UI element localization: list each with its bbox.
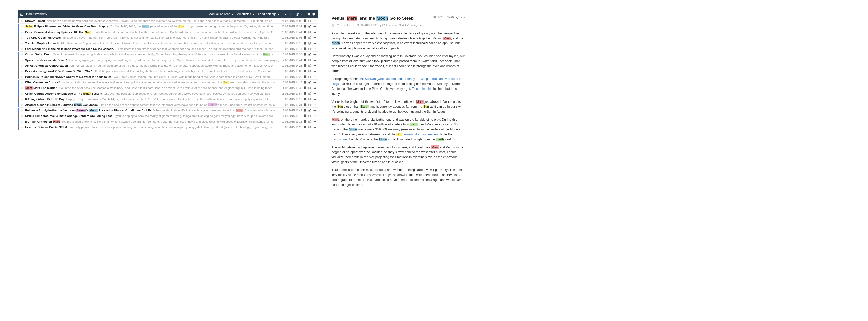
open-external-icon[interactable] <box>308 87 311 90</box>
article-row[interactable]: ☆Politics Is Poisoning NASA's Ability to… <box>18 74 318 79</box>
open-external-icon[interactable] <box>308 109 311 112</box>
more-actions-icon[interactable]: ••• <box>313 109 316 112</box>
more-actions-icon[interactable]: ••• <box>313 70 316 73</box>
more-actions-icon[interactable]: ••• <box>313 115 316 118</box>
mail-icon[interactable] <box>336 24 340 27</box>
open-external-icon[interactable] <box>308 75 311 78</box>
star-toggle[interactable]: ☆ <box>19 47 25 51</box>
article-row[interactable]: ☆Unlike Temperatures, Climate Change Den… <box>18 113 318 119</box>
star-toggle[interactable]: ☆ <box>19 24 25 28</box>
star-toggle[interactable]: ☆ <box>19 108 25 112</box>
article-row[interactable]: ☆Space Invaders Invade Space! I'm not tr… <box>18 57 318 63</box>
star-toggle[interactable]: ☆ <box>19 114 25 118</box>
more-actions-icon[interactable]: ••• <box>313 81 316 84</box>
article-row[interactable]: ☆Crash Course Astronomy Episode 9: The S… <box>18 91 318 96</box>
more-actions-icon[interactable]: ••• <box>313 59 316 62</box>
open-external-icon[interactable] <box>308 81 311 84</box>
mark-read-toggle[interactable] <box>304 120 307 123</box>
star-toggle[interactable]: ☆ <box>19 64 25 67</box>
star-toggle[interactable]: ☆ <box>19 125 25 129</box>
open-external-icon[interactable] <box>308 103 311 106</box>
chevron-down-icon[interactable] <box>420 25 421 26</box>
view-mode-button[interactable] <box>295 12 300 17</box>
article-row[interactable]: ☆Another Ocean in Space: Jupiter's Moon … <box>18 102 318 107</box>
more-actions-icon[interactable]: ••• <box>313 98 316 101</box>
star-toggle[interactable]: ☆ <box>19 75 25 78</box>
article-row[interactable]: ☆What Causes an Aurora? I write a lot ab… <box>18 79 318 85</box>
body-link[interactable]: making it a thin crescent <box>404 132 439 136</box>
article-row[interactable]: ☆You Are Gopher Launch After this mornin… <box>18 40 318 46</box>
open-external-icon[interactable] <box>308 42 311 45</box>
more-actions-icon[interactable]: ••• <box>313 42 316 45</box>
mark-read-toggle[interactable] <box>304 103 307 106</box>
feed-settings-button[interactable]: Feed settings <box>258 12 280 16</box>
body-link[interactable]: Jeff Sullivan <box>359 77 376 81</box>
open-external-icon[interactable] <box>308 92 311 95</box>
prev-article-button[interactable] <box>283 12 288 17</box>
body-link[interactable]: Earthshine <box>332 138 347 141</box>
mark-read-toggle[interactable] <box>304 53 307 56</box>
more-actions-icon[interactable]: ••• <box>313 92 316 95</box>
more-actions-icon[interactable]: ••• <box>313 53 316 56</box>
open-external-icon[interactable] <box>308 70 311 73</box>
article-row[interactable]: ☆Snowy Hawaii Now here's something you d… <box>18 18 318 24</box>
more-actions-icon[interactable]: ••• <box>313 87 316 90</box>
chevron-down-icon[interactable] <box>300 12 304 17</box>
open-external-icon[interactable] <box>308 47 311 51</box>
more-actions-icon[interactable]: ••• <box>313 75 316 78</box>
star-toggle[interactable]: ☆ <box>19 36 25 39</box>
star-toggle[interactable]: ☆ <box>19 97 25 101</box>
star-toggle[interactable]: ☆ <box>19 53 25 56</box>
more-actions-icon[interactable]: ••• <box>313 19 316 22</box>
open-external-icon[interactable] <box>308 31 311 34</box>
more-actions-icon[interactable]: ••• <box>313 120 316 123</box>
star-toggle[interactable]: ☆ <box>19 86 25 90</box>
author-link[interactable]: Phil Plait <box>382 24 393 27</box>
open-external-icon[interactable] <box>308 120 311 123</box>
article-row[interactable]: ☆Fear Mongering in the NYT: Does Wearabl… <box>18 46 318 52</box>
next-article-button[interactable] <box>288 12 292 17</box>
article-row[interactable]: ☆8 Things About Pi for Pi Day Happy π Da… <box>18 96 318 102</box>
mark-read-toggle[interactable] <box>304 19 307 22</box>
more-actions-icon[interactable]: ••• <box>313 36 316 39</box>
article-row[interactable]: ☆Ted Cruz Goes Full Orwell In case you h… <box>18 35 318 40</box>
star-toggle[interactable]: ☆ <box>19 81 25 84</box>
star-toggle[interactable]: ☆ <box>19 69 25 73</box>
body-link[interactable]: This animation <box>412 87 432 91</box>
filter-all-articles-button[interactable]: All articles <box>237 12 254 16</box>
article-row[interactable]: ☆Does Astrology Work? I'm Gonna Go With … <box>18 68 318 74</box>
article-row[interactable]: ☆Solar Eclipse Pictures and Video to Mak… <box>18 24 318 29</box>
mark-read-toggle[interactable] <box>304 36 307 39</box>
more-actions-icon[interactable]: ••• <box>313 64 316 67</box>
mark-read-toggle[interactable] <box>304 31 307 33</box>
mark-read-toggle[interactable] <box>304 75 307 78</box>
star-toggle[interactable]: ☆ <box>19 103 25 106</box>
mark-read-toggle[interactable] <box>304 98 307 100</box>
more-actions-icon[interactable]: ••• <box>313 103 316 106</box>
open-external-icon[interactable] <box>308 115 311 118</box>
mark-read-toggle[interactable] <box>456 16 459 19</box>
more-actions-icon[interactable]: ••• <box>313 47 316 51</box>
mark-all-read-button[interactable]: Mark all as read <box>209 12 234 16</box>
mark-read-toggle[interactable] <box>304 47 307 50</box>
open-external-icon[interactable] <box>308 19 311 22</box>
star-toggle[interactable]: ☆ <box>19 19 25 23</box>
mark-read-toggle[interactable] <box>304 92 307 95</box>
mark-read-toggle[interactable] <box>304 25 307 28</box>
article-row[interactable]: ☆Orion: Going Deep One of the most globa… <box>18 52 318 57</box>
mark-read-toggle[interactable] <box>304 109 307 112</box>
more-actions-icon[interactable]: ••• <box>461 15 465 19</box>
open-external-icon[interactable] <box>308 53 311 56</box>
article-row[interactable]: ☆Icy Twin Craters on Mars I've mentioned… <box>18 119 318 124</box>
mark-read-toggle[interactable] <box>304 87 307 89</box>
article-row[interactable]: ☆An Astronomical Conversation On Feb. 26… <box>18 63 318 68</box>
star-toggle[interactable]: ☆ <box>19 58 25 62</box>
article-row[interactable]: ☆Evidence for Hydrothermal Vents on Satu… <box>18 107 318 113</box>
notifications-icon[interactable] <box>307 12 311 17</box>
star-toggle[interactable]: ☆ <box>19 41 25 45</box>
open-external-icon[interactable] <box>308 98 311 101</box>
open-external-icon[interactable] <box>308 126 311 129</box>
star-toggle[interactable]: ☆ <box>19 92 25 95</box>
open-external-icon[interactable] <box>308 36 311 39</box>
article-row[interactable]: ☆Hear the Scirens Call to STEM I'm reall… <box>18 124 318 130</box>
